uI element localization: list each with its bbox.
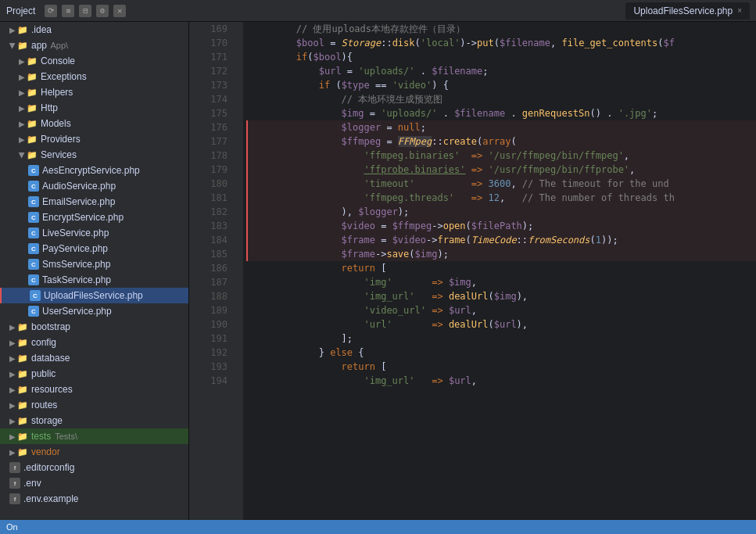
code-editor[interactable]: 169 170 171 172 173 174 175 176 177 178 … (189, 22, 756, 520)
sidebar-label-bootstrap: bootstrap (31, 321, 70, 332)
code-line-187: 'img' => $img, (251, 275, 756, 289)
sidebar-label-resources: resources (31, 384, 73, 395)
arrow-bootstrap: ▶ (9, 323, 16, 332)
sidebar-item-services[interactable]: ▶ 📁 Services (0, 147, 188, 163)
sidebar-label-config: config (31, 337, 56, 348)
line-num-182: 182 (199, 205, 228, 219)
sidebar-item-database[interactable]: ▶ 📁 database (0, 350, 188, 366)
sidebar-item-sms[interactable]: C SmsService.php (0, 256, 188, 272)
project-label[interactable]: Project (6, 5, 35, 16)
folder-icon-public: 📁 (17, 369, 28, 379)
line-num-175: 175 (199, 106, 228, 120)
sidebar-item-app[interactable]: ▶ 📁 app App\ (0, 38, 188, 53)
sidebar-item-public[interactable]: ▶ 📁 public (0, 366, 188, 382)
sidebar-item-pay[interactable]: C PayService.php (0, 241, 188, 256)
sidebar-item-providers[interactable]: ▶ 📁 Providers (0, 131, 188, 147)
folder-icon-resources: 📁 (17, 385, 28, 395)
tab-filename: UploadFilesService.php (633, 5, 733, 16)
folder-icon-models: 📁 (27, 119, 38, 129)
tab-close-button[interactable]: × (737, 6, 742, 15)
arrow-tests: ▶ (9, 432, 16, 441)
sidebar-label-upload: UploadFilesService.php (44, 290, 143, 301)
line-num-180: 180 (199, 177, 228, 191)
php-file-icon-upload: C (30, 290, 41, 301)
sidebar-item-user[interactable]: C UserService.php (0, 303, 188, 319)
line-num-171: 171 (199, 50, 228, 64)
sidebar-item-editorconfig[interactable]: f .editorconfig (0, 460, 188, 475)
code-lines[interactable]: // 使用uploads本地存款控件（目录） $bool = Storage::… (243, 22, 756, 520)
sidebar-item-vendor[interactable]: ▶ 📁 vendor (0, 444, 188, 460)
close-icon[interactable]: ✕ (113, 5, 126, 17)
sidebar-label-envexample: .env.example (23, 493, 78, 504)
folder-icon-app: 📁 (17, 41, 28, 51)
sidebar-item-bootstrap[interactable]: ▶ 📁 bootstrap (0, 319, 188, 335)
sidebar-label-vendor: vendor (31, 446, 60, 457)
sidebar-label-pay: PayService.php (42, 243, 108, 254)
arrow-providers: ▶ (19, 135, 25, 144)
collapse-icon[interactable]: ⊟ (79, 5, 91, 17)
line-num-181: 181 (199, 191, 228, 205)
sidebar-item-upload[interactable]: C UploadFilesService.php (0, 288, 188, 303)
folder-icon-tests: 📁 (17, 432, 28, 442)
sidebar-item-env[interactable]: f .env (0, 475, 188, 491)
sidebar-label-idea: .idea (31, 24, 52, 35)
line-num-193: 193 (199, 360, 228, 374)
code-line-180: 'timeout' => 3600, // The timeout for th… (246, 177, 756, 191)
folder-icon-idea: 📁 (17, 25, 28, 35)
sidebar-label-database: database (31, 353, 70, 364)
sidebar-item-envexample[interactable]: f .env.example (0, 491, 188, 507)
sidebar-item-task[interactable]: C TaskService.php (0, 272, 188, 288)
sidebar-item-exceptions[interactable]: ▶ 📁 Exceptions (0, 69, 188, 84)
sidebar-item-http[interactable]: ▶ 📁 Http (0, 100, 188, 116)
sidebar-item-models[interactable]: ▶ 📁 Models (0, 116, 188, 131)
php-file-icon-user: C (28, 306, 39, 317)
code-line-175: $img = 'uploads/' . $filename . genReque… (251, 106, 756, 120)
sidebar-item-audio[interactable]: C AudioService.php (0, 178, 188, 194)
line-num-187: 187 (199, 275, 228, 289)
sidebar-item-config[interactable]: ▶ 📁 config (0, 335, 188, 350)
sidebar-item-routes[interactable]: ▶ 📁 routes (0, 397, 188, 413)
file-icon-envexample: f (9, 493, 20, 504)
sidebar-item-email[interactable]: C EmailService.php (0, 194, 188, 210)
sync-icon[interactable]: ⟳ (45, 5, 57, 17)
sidebar-label-app: app (31, 40, 47, 51)
php-file-icon-encrypt: C (28, 212, 39, 223)
line-num-188: 188 (199, 289, 228, 303)
sidebar-label-editorconfig: .editorconfig (23, 462, 74, 473)
folder-icon-database: 📁 (17, 353, 28, 364)
code-line-189: 'video_url' => $url, (251, 303, 756, 317)
sidebar-item-helpers[interactable]: ▶ 📁 Helpers (0, 84, 188, 100)
arrow-database: ▶ (9, 354, 16, 363)
settings-icon[interactable]: ⚙ (96, 5, 109, 17)
sidebar-label-aesencrypt: AesEncryptService.php (42, 165, 140, 176)
main-content: ▶ 📁 .idea ▶ 📁 app App\ ▶ 📁 Console ▶ 📁 E… (0, 22, 756, 520)
code-line-182: ), $logger); (246, 205, 756, 219)
sidebar-label-public: public (31, 368, 56, 379)
sidebar-item-console[interactable]: ▶ 📁 Console (0, 53, 188, 69)
sidebar-item-tests[interactable]: ▶ 📁 tests Tests\ (0, 428, 188, 444)
file-icon-env: f (9, 478, 20, 489)
folder-icon-routes: 📁 (17, 400, 28, 410)
sidebar-label-encrypt: EncryptService.php (42, 212, 124, 223)
filter-icon[interactable]: ≡ (62, 5, 74, 17)
title-bar: Project ⟳ ≡ ⊟ ⚙ ✕ UploadFilesService.php… (0, 0, 756, 22)
sidebar-item-live[interactable]: C LiveService.php (0, 225, 188, 241)
sidebar-label-tests: tests (31, 431, 51, 442)
folder-icon-console: 📁 (27, 56, 38, 66)
sidebar-item-idea[interactable]: ▶ 📁 .idea (0, 22, 188, 38)
sidebar-label-sms: SmsService.php (42, 259, 110, 270)
editor-tab[interactable]: UploadFilesService.php × (625, 2, 750, 20)
breakpoint-gutter (189, 22, 199, 520)
arrow-public: ▶ (9, 370, 16, 378)
line-num-178: 178 (199, 149, 228, 163)
sidebar-item-resources[interactable]: ▶ 📁 resources (0, 382, 188, 397)
sidebar-item-storage[interactable]: ▶ 📁 storage (0, 413, 188, 428)
sidebar-label-http: Http (41, 102, 58, 113)
code-line-188: 'img_url' => dealUrl($img), (251, 289, 756, 303)
code-line-185: $frame->save($img); (246, 247, 756, 261)
code-line-177: $ffmpeg = FFMpeg::create(array( (246, 134, 756, 149)
sidebar-item-encrypt[interactable]: C EncryptService.php (0, 210, 188, 225)
code-line-174: // 本地环境生成预览图 (251, 92, 756, 106)
sidebar-item-aesencrypt[interactable]: C AesEncryptService.php (0, 163, 188, 178)
code-line-171: if($bool){ (251, 50, 756, 64)
